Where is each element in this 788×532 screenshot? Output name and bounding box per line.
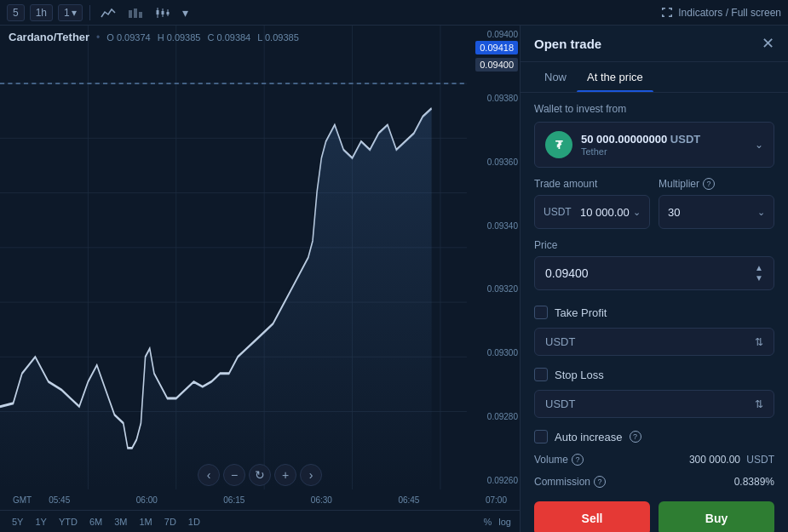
svg-marker-22 — [0, 108, 432, 489]
timeframe-1-btn[interactable]: 1 ▾ — [58, 4, 83, 21]
chart-price-separator: • — [96, 31, 100, 43]
price-up-icon[interactable]: ▲ — [755, 264, 763, 272]
take-profit-currency-selector[interactable]: USDT ⇅ — [534, 328, 774, 356]
trade-value: 10 000.00 — [580, 206, 630, 219]
take-profit-label: Take Profit — [555, 306, 607, 319]
volume-row: Volume ? 300 000.00 USDT — [521, 449, 788, 471]
trade-amount-label: Trade amount — [534, 178, 650, 190]
zoom-in-btn[interactable]: + — [274, 464, 296, 486]
sell-button[interactable]: Sell — [534, 501, 650, 532]
take-profit-currency: USDT — [545, 335, 575, 348]
stop-loss-currency-selector[interactable]: USDT ⇅ — [534, 390, 774, 418]
price-open: O 0.09374 — [106, 32, 150, 43]
trade-currency: USDT — [544, 206, 572, 218]
chevron-down-icon: ⌄ — [755, 139, 763, 151]
separator-1 — [89, 5, 90, 20]
time-0630: 06:30 — [311, 495, 332, 505]
multiplier-input[interactable]: 30 ⌄ — [659, 195, 774, 229]
price-low: L 0.09385 — [257, 32, 299, 43]
period-log-btn[interactable]: log — [498, 517, 511, 527]
multiplier-help-icon[interactable]: ? — [703, 178, 715, 190]
period-1y-btn[interactable]: 1Y — [32, 515, 49, 529]
more-chart-options-btn[interactable]: ▾ — [179, 4, 192, 21]
svg-rect-1 — [134, 9, 137, 18]
prev-btn[interactable]: ‹ — [198, 464, 220, 486]
price-input[interactable]: 0.09400 ▲ ▼ — [534, 256, 774, 290]
period-percent-btn[interactable]: % — [484, 517, 492, 527]
auto-increase-help-icon[interactable]: ? — [630, 431, 641, 443]
chart-title: Cardano/Tether — [9, 31, 89, 43]
auto-increase-checkbox[interactable] — [534, 430, 548, 443]
svg-rect-8 — [166, 12, 169, 14]
price-close: C 0.09384 — [207, 32, 250, 43]
next-btn[interactable]: › — [300, 464, 322, 486]
chevron-down-icon: ▾ — [182, 6, 188, 20]
panel-tabs: Now At the price — [521, 62, 788, 93]
commission-value: 0.8389% — [734, 476, 774, 488]
trade-amount-group: Trade amount USDT 10 000.00 ⌄ — [534, 178, 650, 229]
main-layout: Cardano/Tether • O 0.09374 H 0.09385 C 0… — [0, 26, 788, 532]
wallet-name: Tether — [581, 146, 700, 157]
price-value: 0.09400 — [545, 266, 589, 280]
stop-loss-label: Stop Loss — [555, 369, 604, 381]
chart-header: Cardano/Tether • O 0.09374 H 0.09385 C 0… — [9, 31, 299, 43]
commission-label: Commission ? — [534, 476, 606, 488]
indicators-fullscreen-btn[interactable]: Indicators / Full screen — [661, 7, 781, 19]
time-labels: 05:45 06:00 06:15 06:30 06:45 07:00 — [49, 495, 507, 505]
bar-chart-icon[interactable] — [124, 5, 147, 20]
chart-time-axis: GMT 05:45 06:00 06:15 06:30 06:45 07:00 — [0, 489, 520, 510]
commission-help-icon[interactable]: ? — [594, 476, 606, 488]
period-6m-btn[interactable]: 6M — [86, 515, 106, 529]
trade-amount-input[interactable]: USDT 10 000.00 ⌄ — [534, 195, 650, 229]
chart-controls: ‹ − ↻ + › — [198, 464, 322, 486]
take-profit-row: Take Profit — [521, 300, 788, 324]
dashed-price-badge: 0.09400 — [475, 58, 518, 72]
multiplier-label: Multiplier ? — [659, 178, 774, 190]
wallet-icon: ₮ — [545, 131, 572, 158]
svg-rect-4 — [156, 10, 158, 14]
price-field-wrap: Price 0.09400 ▲ ▼ — [521, 239, 788, 300]
volume-value: 300 000.00 USDT — [689, 454, 774, 466]
stop-loss-checkbox[interactable] — [534, 368, 548, 381]
gmt-label: GMT — [13, 495, 32, 505]
period-5y-btn[interactable]: 5Y — [9, 515, 26, 529]
time-0700: 07:00 — [486, 495, 507, 505]
wallet-section: Wallet to invest from ₮ 50 000.00000000 … — [521, 93, 788, 178]
svg-rect-2 — [139, 12, 142, 18]
period-1m-btn[interactable]: 1M — [136, 515, 156, 529]
chart-area: Cardano/Tether • O 0.09374 H 0.09385 C 0… — [0, 26, 520, 532]
auto-increase-label: Auto increase — [555, 431, 623, 443]
wallet-selector[interactable]: ₮ 50 000.00000000 USDT Tether ⌄ — [534, 122, 774, 168]
take-profit-checkbox[interactable] — [534, 306, 548, 319]
buy-button[interactable]: Buy — [659, 501, 774, 532]
line-chart-icon[interactable] — [97, 5, 119, 20]
period-7d-btn[interactable]: 7D — [161, 515, 180, 529]
reset-btn[interactable]: ↻ — [249, 464, 271, 486]
volume-help-icon[interactable]: ? — [572, 454, 584, 466]
timeframe-1h-btn[interactable]: 1h — [30, 4, 53, 21]
commission-row: Commission ? 0.8389% — [521, 471, 788, 493]
price-down-icon[interactable]: ▼ — [755, 274, 763, 283]
wallet-info: 50 000.00000000 USDT Tether — [581, 133, 700, 157]
wallet-currency: USDT — [670, 133, 700, 146]
period-ytd-btn[interactable]: YTD — [55, 515, 81, 529]
panel-close-btn[interactable]: ✕ — [762, 34, 774, 53]
trade-multiplier-row: Trade amount USDT 10 000.00 ⌄ Multiplier… — [521, 178, 788, 239]
stop-loss-arrows-icon: ⇅ — [755, 398, 763, 410]
volume-label: Volume ? — [534, 454, 584, 466]
timeframe-5-btn[interactable]: 5 — [7, 4, 25, 21]
zoom-out-btn[interactable]: − — [223, 464, 245, 486]
time-0545: 05:45 — [49, 495, 70, 505]
svg-rect-0 — [129, 10, 132, 18]
price-label: Price — [534, 239, 774, 251]
time-0615: 06:15 — [223, 495, 244, 505]
period-3m-btn[interactable]: 3M — [111, 515, 130, 529]
tab-now[interactable]: Now — [534, 62, 577, 92]
period-1d-btn[interactable]: 1D — [185, 515, 204, 529]
take-profit-arrows-icon: ⇅ — [755, 336, 763, 348]
stop-loss-currency: USDT — [545, 398, 575, 410]
auto-increase-row: Auto increase ? — [521, 425, 788, 449]
tab-at-the-price[interactable]: At the price — [577, 62, 653, 92]
candle-chart-icon[interactable] — [152, 5, 174, 20]
wallet-label: Wallet to invest from — [534, 103, 774, 115]
